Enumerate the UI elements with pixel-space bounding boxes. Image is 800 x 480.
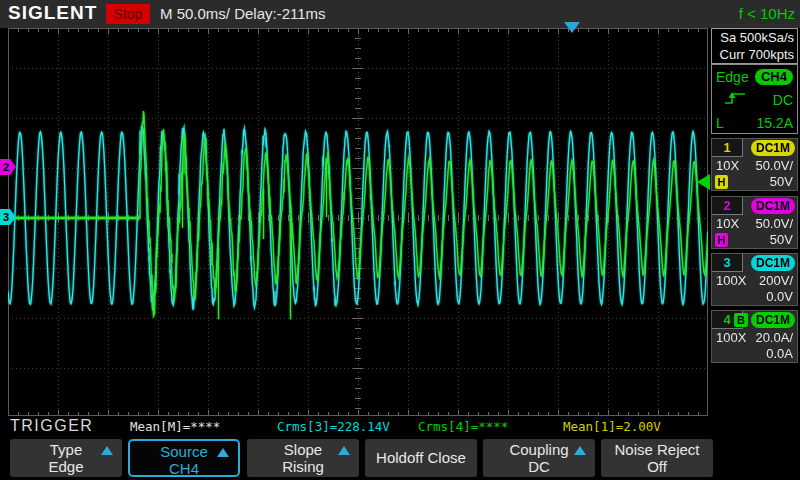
channel1-coupling-badge: DC1M bbox=[751, 140, 795, 156]
channel4-info-box[interactable]: 4 B DC1M 100X 20.0A/ 0.0A bbox=[711, 310, 798, 363]
softkey-slope-button[interactable]: Slope Rising bbox=[247, 439, 359, 477]
channel4-offset-value: 0.0A bbox=[766, 346, 793, 361]
channel3-probe-atten: 100X bbox=[716, 273, 746, 288]
trigger-coupling-label: DC bbox=[773, 92, 793, 108]
acquisition-status-badge: Stop bbox=[106, 4, 150, 24]
channel3-info-box[interactable]: 3 DC1M 100X 200V/ 0.0V bbox=[711, 253, 798, 306]
submenu-arrow-icon bbox=[217, 448, 229, 457]
channel2-probe-atten: 10X bbox=[716, 216, 739, 231]
softkey-coupling-button[interactable]: Coupling DC bbox=[483, 439, 595, 477]
channel1-probe-atten: 10X bbox=[716, 158, 739, 173]
submenu-arrow-icon bbox=[101, 446, 113, 455]
softkey-holdoff-label: Holdoff Close bbox=[365, 449, 477, 466]
channel2-volts-per-div: 50.0V/ bbox=[755, 216, 793, 231]
channel2-info-box[interactable]: 2 DC1M 10X 50.0V/ H 50V bbox=[711, 196, 798, 249]
ch2-marker-label: 2 bbox=[3, 161, 9, 173]
oscilloscope-screen: { "header": { "brand": "SIGLENT", "acq_s… bbox=[0, 0, 800, 480]
softkey-type-value: Edge bbox=[10, 458, 122, 475]
channel4-coupling-badge: DC1M bbox=[751, 312, 795, 328]
measurement-mean-ch1: Mean[1]=2.00V bbox=[563, 419, 661, 434]
sample-rate-readout: Sa 500kSa/s bbox=[712, 29, 797, 46]
softkey-coupling-value: DC bbox=[483, 458, 595, 475]
timebase-delay-readout: M 50.0ms/ Delay:-211ms bbox=[160, 5, 326, 22]
channel3-volts-per-div: 200V/ bbox=[759, 273, 793, 288]
sample-rate-box: Sa 500kSa/s Curr 700kpts bbox=[711, 28, 798, 64]
channel3-number-tab: 3 bbox=[712, 254, 743, 272]
ch3-marker-label: 3 bbox=[3, 211, 9, 223]
channel1-volts-per-div: 50.0V/ bbox=[755, 158, 793, 173]
measurement-crms-ch3: Crms[3]=228.14V bbox=[277, 419, 390, 434]
submenu-arrow-icon bbox=[338, 446, 350, 455]
channel4-probe-atten: 100X bbox=[716, 330, 746, 345]
softkey-slope-value: Rising bbox=[247, 458, 359, 475]
memory-depth-readout: Curr 700kpts bbox=[712, 46, 797, 63]
channel1-offset-value: 50V bbox=[770, 174, 793, 189]
channel2-coupling-badge: DC1M bbox=[751, 198, 795, 214]
softkey-noise-reject-label: Noise Reject bbox=[601, 441, 713, 458]
measurement-crms-ch4: Crms[4]=**** bbox=[418, 419, 508, 434]
trigger-menu-title: TRIGGER bbox=[10, 417, 93, 435]
trigger-type-label: Edge bbox=[716, 69, 749, 85]
waveform-canvas[interactable] bbox=[8, 28, 708, 416]
softkey-source-value: CH4 bbox=[130, 460, 238, 477]
rising-edge-icon bbox=[716, 91, 746, 109]
softkey-noise-reject-value: Off bbox=[601, 458, 713, 475]
channel4-amps-per-div: 20.0A/ bbox=[755, 330, 793, 345]
channel1-number-tab: 1 bbox=[712, 139, 743, 157]
trigger-level-prefix: L bbox=[716, 115, 724, 131]
channel3-coupling-badge: DC1M bbox=[751, 255, 795, 271]
trigger-position-marker-icon[interactable] bbox=[564, 22, 580, 33]
status-bar: TRIGGER Mean[M]=**** Crms[3]=228.14V Crm… bbox=[0, 416, 800, 437]
channel1-info-box[interactable]: 1 DC1M 10X 50.0V/ H 50V bbox=[711, 138, 798, 191]
softkey-menu-bar: Type Edge Source CH4 Slope Rising Holdof… bbox=[0, 437, 800, 480]
softkey-holdoff-button[interactable]: Holdoff Close bbox=[365, 439, 477, 477]
softkey-noise-reject-button[interactable]: Noise Reject Off bbox=[601, 439, 713, 477]
trigger-source-badge: CH4 bbox=[755, 69, 793, 85]
brand-logo: SIGLENT bbox=[8, 2, 97, 24]
softkey-type-button[interactable]: Type Edge bbox=[10, 439, 122, 477]
trigger-level-value: 15.2A bbox=[756, 115, 793, 131]
softkey-source-button[interactable]: Source CH4 bbox=[128, 439, 240, 477]
trigger-info-box[interactable]: Edge CH4 DC L 15.2A bbox=[711, 64, 798, 134]
waveform-display[interactable] bbox=[8, 28, 708, 416]
submenu-arrow-icon bbox=[574, 446, 586, 455]
channel4-bus-icon: B bbox=[734, 313, 748, 327]
top-bar: SIGLENT Stop M 50.0ms/ Delay:-211ms f < … bbox=[0, 0, 800, 28]
channel2-offset-value: 50V bbox=[770, 232, 793, 247]
measurement-mean-math: Mean[M]=**** bbox=[130, 419, 220, 434]
channel2-number-tab: 2 bbox=[712, 197, 743, 215]
channel3-offset-value: 0.0V bbox=[766, 289, 793, 304]
frequency-counter-readout: f < 10Hz bbox=[739, 5, 795, 22]
